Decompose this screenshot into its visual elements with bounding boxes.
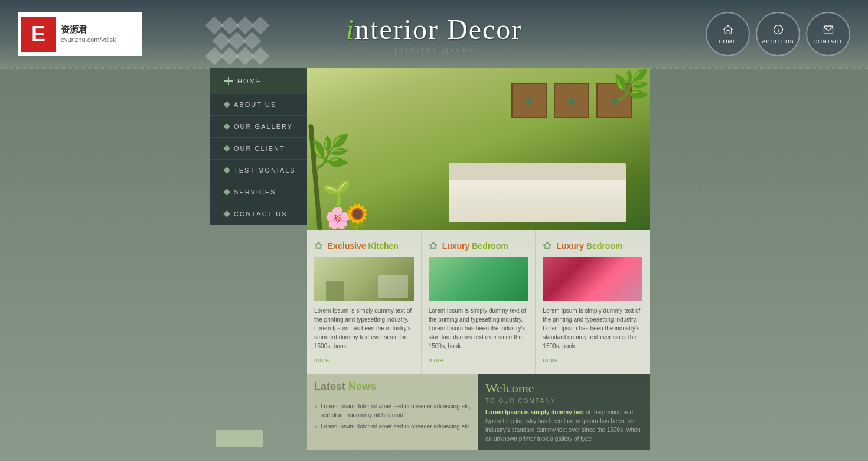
card-flower-icon-3: ✿	[543, 239, 552, 252]
card-title-row-1: ✿ Exclusive Kitchen	[314, 239, 414, 252]
card-more-1[interactable]: more	[314, 356, 329, 363]
card-text-2: Lorem Ipsum is simply dummy text of the …	[429, 306, 528, 350]
title-rest: nterior Decor	[355, 14, 522, 45]
card-image-kitchen	[314, 257, 414, 301]
latest-news-title: Latest News	[314, 381, 471, 393]
svg-rect-3	[824, 26, 833, 33]
nav-home-button[interactable]: HOME	[706, 12, 750, 56]
sidebar-nav: HOME ABOUT US OUR GALLERY OUR CLIENT TES…	[210, 68, 307, 225]
welcome-panel: Welcome TO OUR COMPANY Lorem Ipsum is si…	[478, 374, 650, 450]
sidebar-diamond-icon	[223, 189, 230, 195]
site-title-reflection: Interior Decor	[346, 46, 523, 55]
hero-art-tile-2	[554, 83, 589, 118]
sidebar-item-contact[interactable]: CONTACT US	[210, 203, 307, 225]
sidebar-diamond-icon	[223, 101, 230, 108]
diamond-decoration	[207, 18, 268, 64]
news-bullet-2: ●	[314, 422, 318, 431]
logo-name: 资源君	[61, 23, 116, 35]
logo-letter: E	[21, 17, 56, 52]
mail-icon	[823, 24, 834, 35]
nav-home-label: HOME	[719, 38, 737, 44]
welcome-title: Welcome	[485, 381, 642, 396]
card-more-3[interactable]: more	[543, 356, 557, 363]
nav-contact-button[interactable]: CONTACT	[806, 12, 850, 56]
card-flower-icon-1: ✿	[314, 239, 323, 252]
sidebar-home-label: HOME	[237, 77, 262, 85]
news-item-2: ● Lorem ipsum dolor sit amet,sed di onse…	[314, 422, 471, 431]
card-text-1: Lorem Ipsum is simply dummy text of the …	[314, 306, 414, 350]
site-title: interior Decor Interior Decor	[346, 13, 523, 55]
feature-cards-row: ✿ Exclusive Kitchen Lorem Ipsum is simpl…	[307, 230, 650, 374]
nav-buttons: HOME ABOUT US CONTACT	[706, 12, 850, 56]
news-bullet-1: ●	[314, 402, 318, 420]
news-item-1: ● Lorem ipsum dolor sit amet,sed di onse…	[314, 402, 471, 420]
news-divider	[314, 397, 440, 397]
main-content-area: HOME ABOUT US OUR GALLERY OUR CLIENT TES…	[210, 68, 658, 450]
card-text-3: Lorem Ipsum is simply dummy text of the …	[543, 306, 642, 350]
sidebar-gallery-label: OUR GALLERY	[234, 123, 293, 130]
home-plus-icon	[224, 77, 233, 85]
info-icon	[772, 24, 784, 35]
sidebar-item-services[interactable]: SERVICES	[210, 181, 307, 203]
feature-card-kitchen: ✿ Exclusive Kitchen Lorem Ipsum is simpl…	[307, 230, 422, 374]
sidebar-item-testimonials[interactable]: TESTIMONIALS	[210, 160, 307, 181]
flower-2: 🌻	[342, 203, 372, 230]
sidebar-diamond-icon	[223, 145, 230, 151]
hero-panel: 🌿 🌱 🌸 🌻 🌿	[307, 68, 650, 230]
header: E 资源君 eyunzhu.com/vdisk interior Decor I…	[0, 0, 868, 68]
card-image-bedroom1	[429, 257, 528, 301]
sidebar-testimonials-label: TESTIMONIALS	[234, 167, 296, 174]
sidebar-item-home[interactable]: HOME	[210, 68, 307, 94]
hero-art-tile-1	[511, 83, 547, 118]
latest-news-panel: Latest News ● Lorem ipsum dolor sit amet…	[307, 374, 478, 450]
sidebar-contact-label: CONTACT US	[234, 210, 288, 217]
bottom-row: Latest News ● Lorem ipsum dolor sit amet…	[307, 374, 650, 450]
card-title-row-3: ✿ Luxury Bedroom	[543, 239, 642, 252]
logo-url: eyunzhu.com/vdisk	[61, 35, 116, 44]
sidebar-item-client[interactable]: OUR CLIENT	[210, 138, 307, 160]
feature-card-bedroom2: ✿ Luxury Bedroom Lorem Ipsum is simply d…	[536, 230, 650, 374]
hero-top-plant: 🌿	[613, 68, 650, 102]
nav-contact-label: CONTACT	[814, 38, 843, 44]
sidebar-diamond-icon	[223, 167, 230, 173]
feature-card-bedroom1: ✿ Luxury Bedroom Lorem Ipsum is simply d…	[422, 230, 536, 374]
sidebar-diamond-icon	[223, 123, 230, 129]
leaf-1: 🌿	[310, 133, 351, 171]
nav-about-label: ABOUT US	[762, 38, 794, 44]
hero-sofa-back	[449, 163, 626, 180]
sidebar-about-label: ABOUT US	[234, 101, 276, 108]
hero-plant-area: 🌿 🌱 🌸 🌻	[307, 77, 396, 230]
logo-text: 资源君 eyunzhu.com/vdisk	[61, 23, 116, 44]
title-italic-i: i	[346, 14, 355, 45]
sidebar-item-about[interactable]: ABOUT US	[210, 94, 307, 116]
page-wrapper: E 资源君 eyunzhu.com/vdisk interior Decor I…	[0, 0, 868, 461]
card-title-2: Luxury Bedroom	[442, 241, 508, 251]
card-more-2[interactable]: more	[429, 356, 443, 363]
card-title-3: Luxury Bedroom	[556, 241, 622, 251]
welcome-text: Lorem Ipsum is simply dummy text of the …	[485, 408, 642, 443]
card-title-1: Exclusive Kitchen	[328, 241, 399, 251]
hero-sofa	[449, 177, 626, 222]
card-flower-icon-2: ✿	[429, 239, 438, 252]
logo-box: E 资源君 eyunzhu.com/vdisk	[18, 12, 142, 56]
welcome-subtitle: TO OUR COMPANY	[485, 398, 642, 404]
nav-about-button[interactable]: ABOUT US	[756, 12, 800, 56]
card-image-bedroom2	[543, 257, 642, 301]
hero-background: 🌿 🌱 🌸 🌻 🌿	[307, 68, 650, 230]
card-title-row-2: ✿ Luxury Bedroom	[429, 239, 528, 252]
site-title-main: interior Decor	[346, 13, 523, 46]
sidebar-services-label: SERVICES	[234, 189, 276, 196]
sidebar-client-label: OUR CLIENT	[234, 145, 285, 152]
sidebar-diamond-icon	[223, 210, 230, 217]
home-icon	[722, 24, 734, 35]
sidebar-item-gallery[interactable]: OUR GALLERY	[210, 116, 307, 138]
